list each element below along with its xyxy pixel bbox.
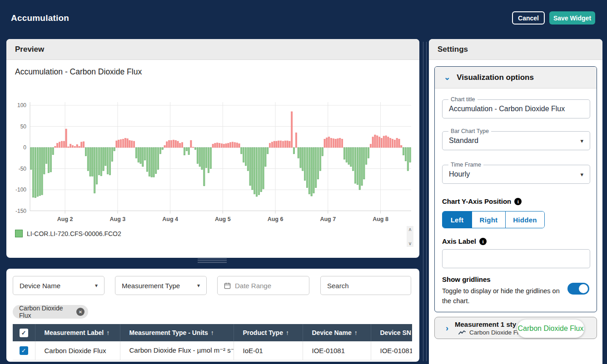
device-name-filter-label: Device Name	[20, 282, 60, 290]
measurement-selector-panel: Device Name ▾ Measurement Type ▾ Date Ra…	[6, 269, 419, 362]
column-header-device-sn[interactable]: Device SN↑	[371, 324, 412, 341]
time-frame-value: Hourly	[449, 170, 470, 178]
info-icon[interactable]: i	[479, 238, 487, 245]
preview-panel-title: Preview	[6, 39, 419, 60]
scroll-down-icon[interactable]: ∨	[408, 241, 412, 246]
chart-title: Accumulation - Carbon Dioxide Flux	[15, 67, 142, 77]
line-chart-icon	[458, 330, 466, 335]
column-header-measurement-type-units[interactable]: Measurement Type - Units↑	[120, 324, 234, 341]
cell-measurement-type-units: Carbon Dioxide Flux - µmol m⁻² s⁻¹	[120, 341, 234, 360]
measurement-tooltip: Carbon Dioxide Flux	[517, 320, 584, 338]
chart-title-input-label: Chart title	[448, 96, 478, 103]
sort-asc-icon: ↑	[286, 329, 289, 336]
legend-swatch	[15, 230, 23, 237]
filter-chip-label: Carbon Dioxide Flux	[19, 305, 76, 319]
show-gridlines-label: Show gridlines	[442, 275, 491, 283]
svg-text:0: 0	[23, 144, 26, 151]
caret-down-icon: ▾	[95, 282, 98, 289]
measurements-table: ✓ Measurement Label↑ Measurement Type - …	[13, 324, 412, 360]
svg-text:Aug 5: Aug 5	[215, 216, 231, 222]
y-axis-position-label: Chart Y-Axis Position i	[442, 197, 522, 205]
cell-device-sn: IOE-01081	[371, 341, 412, 360]
chart-title-input-value: Accumulation - Carbon Dioxide Flux	[449, 105, 565, 113]
measurement-type-filter-label: Measurement Type	[122, 282, 180, 290]
chart-title-input[interactable]: Chart title Accumulation - Carbon Dioxid…	[442, 99, 590, 118]
svg-text:-100: -100	[15, 187, 26, 193]
column-header-measurement-label[interactable]: Measurement Label↑	[35, 324, 120, 341]
svg-text:Aug 6: Aug 6	[268, 216, 284, 222]
column-header-device-name[interactable]: Device Name↑	[303, 324, 371, 341]
cell-device-name: IOE-01081	[303, 341, 371, 360]
cell-measurement-label: Carbon Dioxide Flux	[35, 341, 120, 360]
axis-label-label: Axis Label i	[442, 237, 487, 245]
svg-text:Aug 2: Aug 2	[57, 216, 73, 222]
svg-text:Aug 8: Aug 8	[373, 216, 388, 222]
show-gridlines-toggle[interactable]	[567, 283, 589, 295]
row-checkbox[interactable]: ✓	[20, 346, 28, 355]
date-range-placeholder: Date Range	[235, 282, 271, 290]
vertical-resize-handle[interactable]	[423, 42, 423, 361]
sort-asc-icon: ↑	[354, 329, 358, 336]
horizontal-resize-handle[interactable]	[198, 259, 227, 264]
bar-chart[interactable]: 100500-50-100-150Aug 2Aug 3Aug 4Aug 5Aug…	[6, 98, 419, 230]
visualization-options-title: Visualization options	[457, 73, 534, 82]
vertical-resize-handle[interactable]	[426, 42, 427, 361]
table-row: ✓ Carbon Dioxide Flux Carbon Dioxide Flu…	[13, 341, 412, 360]
svg-text:Aug 4: Aug 4	[162, 216, 178, 222]
sort-asc-icon: ↑	[211, 329, 214, 336]
svg-text:Aug 3: Aug 3	[110, 216, 126, 222]
time-frame-label: Time Frame	[448, 162, 483, 168]
show-gridlines-description: Toggle to display or hide the gridlines …	[442, 286, 566, 306]
measurement-style-title: Measurement 1 sty	[455, 320, 524, 328]
y-axis-hidden-button[interactable]: Hidden	[505, 212, 544, 228]
settings-panel: Settings ⌄ Visualization options Chart t…	[429, 39, 602, 364]
preview-panel: Preview Accumulation - Carbon Dioxide Fl…	[6, 39, 419, 258]
visualization-options-section: ⌄ Visualization options Chart title Accu…	[434, 66, 597, 312]
column-header-product-type[interactable]: Product Type↑	[234, 324, 303, 341]
caret-down-icon: ▾	[580, 171, 583, 178]
y-axis-right-button[interactable]: Right	[472, 212, 505, 228]
page-title: Accumulation	[11, 13, 69, 23]
save-widget-button[interactable]: Save Widget	[549, 11, 595, 25]
svg-text:50: 50	[20, 123, 27, 130]
legend-scrollbar[interactable]: ∧ ∨	[407, 226, 413, 247]
date-range-input[interactable]: Date Range	[217, 276, 309, 295]
svg-text:Aug 7: Aug 7	[320, 216, 336, 222]
search-placeholder: Search	[327, 282, 349, 290]
search-input[interactable]: Search	[320, 276, 411, 295]
y-axis-left-button[interactable]: Left	[443, 212, 472, 228]
time-frame-select[interactable]: Time Frame Hourly ▾	[442, 165, 590, 184]
table-header-row: ✓ Measurement Label↑ Measurement Type - …	[13, 324, 412, 341]
select-all-checkbox[interactable]: ✓	[20, 329, 28, 337]
bar-chart-type-select[interactable]: Bar Chart Type Standard ▾	[442, 131, 590, 150]
calendar-icon	[224, 282, 231, 289]
chevron-down-icon: ⌄	[444, 73, 450, 82]
device-name-filter[interactable]: Device Name ▾	[13, 276, 104, 295]
filter-chip-carbon-dioxide-flux[interactable]: Carbon Dioxide Flux ✕	[13, 305, 88, 319]
y-axis-position-button-group: Left Right Hidden	[442, 211, 545, 228]
svg-text:-50: -50	[19, 166, 27, 172]
legend-label: LI-COR.LI-720.CFS-00006.FCO2	[27, 230, 121, 237]
caret-down-icon: ▾	[580, 138, 583, 144]
bar-chart-type-label: Bar Chart Type	[448, 128, 491, 134]
svg-text:-150: -150	[15, 208, 26, 214]
bar-chart-type-value: Standard	[449, 137, 478, 145]
axis-label-input[interactable]	[442, 249, 590, 268]
svg-text:100: 100	[17, 102, 26, 108]
cell-product-type: IoE-01	[234, 341, 303, 360]
chart-legend[interactable]: LI-COR.LI-720.CFS-00006.FCO2	[15, 230, 121, 237]
chevron-right-icon: ›	[446, 324, 448, 333]
measurement-style-subtitle: Carbon Dioxide Fl	[469, 329, 518, 336]
visualization-options-header[interactable]: ⌄ Visualization options	[435, 67, 597, 89]
chip-close-icon[interactable]: ✕	[76, 308, 85, 316]
scroll-up-icon[interactable]: ∧	[408, 227, 412, 232]
measurement-type-filter[interactable]: Measurement Type ▾	[115, 276, 207, 295]
info-icon[interactable]: i	[514, 198, 522, 205]
settings-panel-title: Settings	[429, 39, 602, 60]
cancel-button[interactable]: Cancel	[512, 11, 545, 25]
toggle-knob	[579, 284, 588, 293]
caret-down-icon: ▾	[197, 282, 200, 289]
sort-asc-icon: ↑	[106, 329, 109, 336]
